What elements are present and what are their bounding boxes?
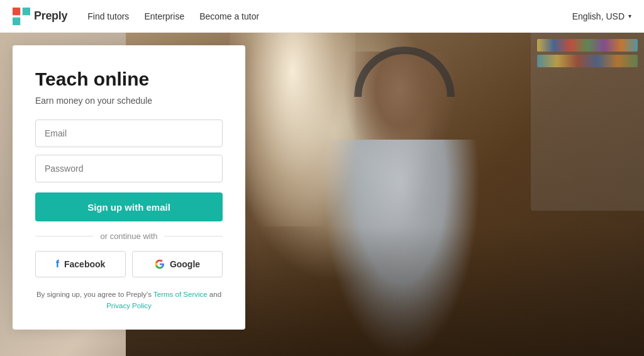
google-button[interactable]: Google <box>132 251 223 277</box>
svg-marker-1 <box>23 8 30 15</box>
nav-find-tutors[interactable]: Find tutors <box>87 11 129 21</box>
logo[interactable]: Preply <box>13 8 67 25</box>
svg-marker-2 <box>13 17 20 25</box>
terms-prefix: By signing up, you agree to Preply's <box>36 291 153 298</box>
facebook-label: Facebook <box>64 259 105 269</box>
logo-text: Preply <box>34 9 67 23</box>
terms-middle: and <box>208 291 221 298</box>
chevron-down-icon: ▾ <box>628 13 631 19</box>
google-icon <box>155 259 165 269</box>
form-subtitle: Earn money on your schedule <box>35 96 223 106</box>
logo-icon <box>13 8 30 25</box>
divider-line-left <box>35 236 94 236</box>
locale-label: English, USD <box>572 11 625 21</box>
locale-selector[interactable]: English, USD ▾ <box>572 11 631 21</box>
nav-enterprise[interactable]: Enterprise <box>144 11 184 21</box>
divider-line-right <box>164 236 223 236</box>
signup-button[interactable]: Sign up with email <box>35 192 223 221</box>
password-input[interactable] <box>35 155 223 182</box>
terms-of-service-link[interactable]: Terms of Service <box>153 291 208 298</box>
divider: or continue with <box>35 231 223 241</box>
facebook-button[interactable]: f Facebook <box>35 251 126 277</box>
nav-links: Find tutors Enterprise Become a tutor <box>87 11 572 21</box>
social-buttons: f Facebook Google <box>35 251 223 277</box>
facebook-icon: f <box>56 259 59 270</box>
google-label: Google <box>170 259 200 269</box>
svg-marker-0 <box>13 8 20 15</box>
terms-text: By signing up, you agree to Preply's Ter… <box>35 289 223 312</box>
signup-form-card: Teach online Earn money on your schedule… <box>13 45 245 330</box>
nav-become-tutor[interactable]: Become a tutor <box>199 11 259 21</box>
divider-text: or continue with <box>100 231 157 241</box>
navbar: Preply Find tutors Enterprise Become a t… <box>0 0 644 33</box>
form-title: Teach online <box>35 68 223 91</box>
privacy-policy-link[interactable]: Privacy Policy <box>106 302 152 309</box>
email-input[interactable] <box>35 120 223 147</box>
